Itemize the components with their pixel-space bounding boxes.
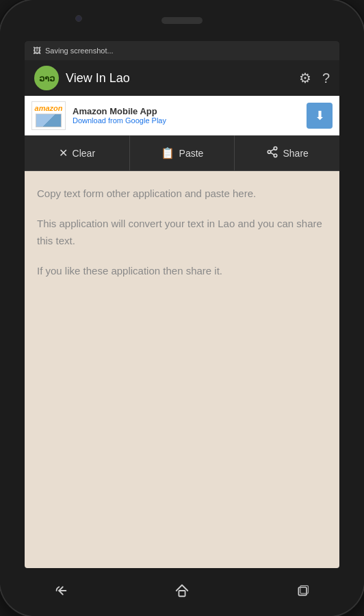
ad-banner: amazon Amazon Mobile App Download from G… (25, 96, 339, 136)
screenshot-icon: 🖼 (33, 46, 41, 55)
app-icon-text: ວາວ (39, 73, 55, 84)
phone-speaker (161, 17, 203, 24)
back-icon (53, 583, 68, 602)
recents-icon (296, 584, 310, 600)
settings-icon[interactable]: ⚙ (299, 70, 311, 86)
phone-camera (75, 15, 82, 22)
ad-download-button[interactable]: ⬇ (307, 103, 333, 129)
amazon-logo-box (36, 114, 62, 127)
app-icon: ວາວ (34, 66, 59, 90)
phone-frame: 🖼 Saving screenshot... ວາວ View In Lao ⚙… (0, 0, 364, 616)
placeholder-text: Copy text form other application and pas… (37, 185, 327, 279)
clear-button[interactable]: ✕ Clear (25, 136, 130, 170)
placeholder-line1: Copy text form other application and pas… (37, 185, 327, 203)
svg-line-4 (270, 149, 274, 151)
status-bar: 🖼 Saving screenshot... (25, 41, 339, 60)
status-bar-text: Saving screenshot... (45, 47, 114, 55)
svg-rect-5 (179, 591, 185, 596)
svg-rect-6 (299, 587, 307, 595)
ad-title: Amazon Mobile App (73, 106, 307, 116)
phone-bottom-bar (0, 568, 364, 616)
paste-button[interactable]: 📋 Paste (130, 136, 235, 170)
text-area[interactable]: Copy text form other application and pas… (25, 171, 339, 568)
phone-top-bar (0, 0, 364, 41)
placeholder-line3: If you like these application then share… (37, 262, 327, 280)
home-button[interactable] (167, 577, 197, 607)
paste-label: Paste (179, 148, 204, 159)
clear-label: Clear (73, 148, 95, 159)
share-button[interactable]: Share (235, 136, 339, 170)
svg-line-3 (270, 153, 274, 155)
ad-logo: amazon (31, 101, 66, 130)
home-icon (174, 583, 190, 602)
placeholder-line2: This application will convert your text … (37, 215, 327, 250)
ad-text-block: Amazon Mobile App Download from Google P… (73, 106, 307, 125)
back-button[interactable] (46, 577, 76, 607)
ad-subtitle: Download from Google Play (73, 116, 307, 125)
status-bar-content: 🖼 Saving screenshot... (33, 46, 114, 55)
app-title: View In Lao (66, 71, 288, 86)
amazon-logo-text: amazon (35, 104, 63, 112)
clear-icon: ✕ (59, 146, 68, 159)
share-icon (266, 146, 278, 161)
recents-button[interactable] (288, 577, 318, 607)
paste-icon: 📋 (161, 146, 174, 159)
app-toolbar: ວາວ View In Lao ⚙ ? (25, 60, 339, 96)
share-label: Share (283, 148, 309, 159)
phone-screen: 🖼 Saving screenshot... ວາວ View In Lao ⚙… (25, 41, 339, 568)
help-icon[interactable]: ? (322, 70, 330, 86)
action-bar: ✕ Clear 📋 Paste Share (25, 136, 339, 171)
download-icon: ⬇ (315, 108, 325, 123)
